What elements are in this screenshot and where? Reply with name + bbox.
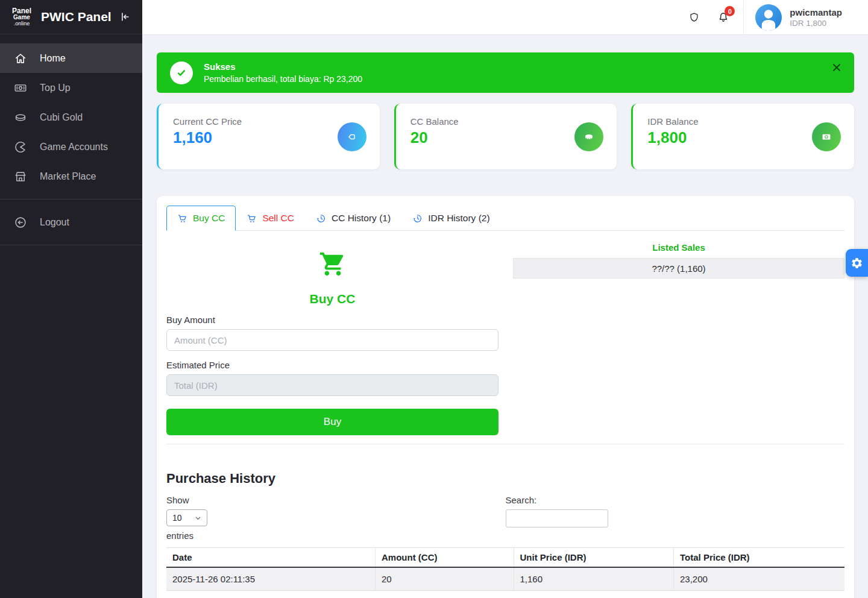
- tab-label: Sell CC: [262, 213, 294, 224]
- buy-form-column: Buy CC Buy Amount Estimated Price Buy: [166, 241, 498, 435]
- card-label: Current CC Price: [173, 116, 365, 127]
- cell-date: 2025-11-26 02:11:35: [166, 567, 376, 591]
- buy-button[interactable]: Buy: [166, 409, 498, 435]
- sidebar-collapse-icon[interactable]: [119, 11, 131, 23]
- coin-icon: [574, 122, 603, 151]
- cart-icon: [319, 250, 347, 278]
- page-size-control: Show 10 entries: [166, 495, 506, 541]
- purchase-history-table: Date Amount (CC) Unit Price (IDR) Total …: [166, 547, 844, 591]
- table-row: 2025-11-26 02:11:35 20 1,160 23,200: [166, 567, 844, 591]
- sidebar-item-game-accounts[interactable]: Game Accounts: [0, 132, 142, 162]
- sidebar-item-label: Home: [40, 53, 66, 64]
- entries-label: entries: [166, 530, 506, 541]
- purchase-history-title: Purchase History: [166, 471, 844, 486]
- coin-icon: [14, 111, 27, 124]
- banknote-icon: [812, 122, 841, 151]
- listed-sales-row: ??/?? (1,160): [513, 258, 844, 279]
- sidebar-item-label: Top Up: [40, 83, 71, 93]
- alert-message: Pembelian berhasil, total biaya: Rp 23,2…: [204, 74, 362, 84]
- tab-label: CC History (1): [332, 213, 391, 224]
- tab-idr-history[interactable]: IDR History (2): [401, 206, 500, 231]
- notification-badge: 0: [725, 6, 735, 16]
- column-header-date[interactable]: Date: [166, 548, 376, 568]
- storefront-icon: [14, 170, 27, 183]
- column-header-amount[interactable]: Amount (CC): [376, 548, 514, 568]
- search-control: Search:: [506, 495, 845, 541]
- sidebar-item-label: Logout: [40, 217, 69, 228]
- bell-icon[interactable]: 0: [717, 11, 729, 24]
- user-balance: IDR 1,800: [790, 19, 842, 28]
- pacman-icon: [14, 140, 27, 154]
- sidebar-item-cubi-gold[interactable]: Cubi Gold: [0, 102, 142, 132]
- avatar[interactable]: [755, 4, 782, 31]
- tab-sell-cc[interactable]: Sell CC: [236, 206, 305, 231]
- page-size-select[interactable]: 10: [166, 509, 207, 526]
- card-value: 1,800: [647, 128, 840, 147]
- check-circle-icon: [170, 61, 193, 84]
- close-icon[interactable]: [831, 62, 842, 73]
- topbar-divider: [743, 0, 744, 34]
- sidebar-item-market-place[interactable]: Market Place: [0, 162, 142, 191]
- user-menu[interactable]: pwicmantap IDR 1,800: [790, 7, 842, 28]
- chevron-down-icon: [195, 515, 201, 521]
- tab-label: IDR History (2): [428, 213, 489, 224]
- table-controls: Show 10 entries Search:: [166, 495, 844, 541]
- page-content: Sukses Pembelian berhasil, total biaya: …: [142, 34, 868, 598]
- brand-logo: Panel Game .online: [8, 7, 36, 27]
- sidebar-item-label: Cubi Gold: [40, 112, 83, 123]
- tag-icon: [338, 122, 366, 151]
- sidebar-brand: Panel Game .online PWIC Panel: [0, 0, 142, 34]
- sidebar-item-label: Market Place: [40, 171, 96, 182]
- purchase-history-section: Purchase History Show 10 entries Search:: [166, 471, 844, 598]
- card-idr-balance: IDR Balance 1,800: [631, 104, 854, 169]
- username: pwicmantap: [790, 7, 842, 17]
- sidebar-item-top-up[interactable]: Top Up: [0, 73, 142, 102]
- tab-cc-history[interactable]: CC History (1): [305, 206, 401, 231]
- tab-buy-cc[interactable]: Buy CC: [166, 206, 236, 231]
- trade-panel: Buy CC Sell CC CC History (1) IDR Histor…: [157, 196, 854, 598]
- buy-cc-tab-content: Buy CC Buy Amount Estimated Price Buy Li…: [166, 231, 844, 435]
- alert-text: Sukses Pembelian berhasil, total biaya: …: [204, 61, 362, 84]
- card-label: CC Balance: [410, 116, 603, 127]
- cart-icon: [247, 213, 257, 224]
- card-current-cc-price: Current CC Price 1,160: [157, 104, 380, 169]
- estimated-price-label: Estimated Price: [166, 360, 498, 370]
- buy-cc-heading: Buy CC: [166, 292, 498, 306]
- card-label: IDR Balance: [647, 116, 840, 127]
- logout-icon: [14, 216, 27, 229]
- cart-icon: [177, 213, 187, 224]
- gear-icon: [851, 257, 863, 269]
- sidebar-item-home[interactable]: Home: [0, 43, 142, 73]
- cell-total-price: 23,200: [674, 567, 845, 591]
- listed-sales-title: Listed Sales: [513, 242, 844, 253]
- sidebar-item-logout[interactable]: Logout: [0, 207, 142, 237]
- app-title: PWIC Panel: [41, 10, 119, 24]
- sidebar-menu: Home Top Up Cubi Gold Game Accounts Mark…: [0, 34, 142, 253]
- column-header-unit-price[interactable]: Unit Price (IDR): [514, 548, 674, 568]
- settings-fab[interactable]: [846, 249, 868, 277]
- stat-cards: Current CC Price 1,160 CC Balance 20 IDR…: [157, 104, 854, 169]
- brand-logo-line3: .online: [8, 21, 36, 27]
- shield-icon[interactable]: [688, 11, 700, 24]
- banknote-icon: [14, 81, 27, 95]
- buy-amount-label: Buy Amount: [166, 315, 498, 325]
- sidebar-divider: [0, 245, 142, 245]
- page-size-value: 10: [172, 513, 182, 523]
- cell-unit-price: 1,160: [514, 567, 674, 591]
- sidebar-item-label: Game Accounts: [40, 142, 108, 153]
- card-value: 1,160: [173, 128, 365, 147]
- history-icon: [412, 213, 423, 224]
- buy-amount-input[interactable]: [166, 329, 498, 351]
- show-label: Show: [166, 495, 506, 505]
- column-header-total-price[interactable]: Total Price (IDR): [674, 548, 845, 568]
- table-header-row: Date Amount (CC) Unit Price (IDR) Total …: [166, 548, 844, 568]
- tab-bar: Buy CC Sell CC CC History (1) IDR Histor…: [166, 206, 844, 231]
- search-label: Search:: [506, 495, 845, 505]
- alert-title: Sukses: [204, 61, 362, 72]
- main-area: 0 pwicmantap IDR 1,800 Sukses: [142, 0, 868, 598]
- card-value: 20: [410, 128, 603, 147]
- sidebar-divider: [0, 199, 142, 200]
- history-icon: [316, 213, 326, 224]
- listed-sales-column: Listed Sales ??/?? (1,160): [513, 241, 844, 435]
- search-input[interactable]: [506, 509, 608, 527]
